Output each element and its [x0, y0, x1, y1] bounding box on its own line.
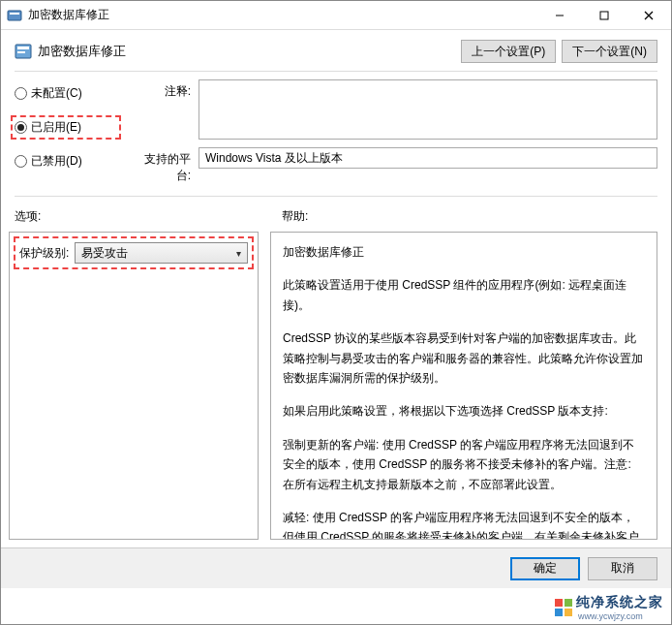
- help-text: 强制更新的客户端: 使用 CredSSP 的客户端应用程序将无法回退到不安全的版…: [283, 435, 645, 494]
- window-title: 加密数据库修正: [28, 7, 537, 23]
- title-bar: 加密数据库修正: [1, 1, 671, 30]
- options-section-label: 选项:: [15, 203, 266, 226]
- watermark-icon: [555, 599, 572, 616]
- comment-label: 注释:: [131, 79, 199, 140]
- help-text: 减轻: 使用 CredSSP 的客户端应用程序将无法回退到不安全的版本，但使用 …: [283, 508, 645, 540]
- platform-label: 支持的平台:: [131, 147, 199, 184]
- help-text: CredSSP 协议的某些版本容易受到针对客户端的加密数据库攻击。此策略控制与易…: [283, 328, 645, 388]
- help-section-label: 帮助:: [282, 203, 657, 226]
- chevron-down-icon: ▾: [236, 248, 241, 259]
- help-text: 如果启用此策略设置，将根据以下选项选择 CredSSP 版本支持:: [283, 401, 645, 421]
- form-column: 注释: 支持的平台: Windows Vista 及以上版本: [131, 79, 657, 192]
- panel-title: 加密数据库修正: [38, 43, 461, 60]
- dropdown-value: 易受攻击: [81, 245, 128, 262]
- radio-enabled[interactable]: 已启用(E): [11, 115, 121, 140]
- svg-rect-7: [17, 47, 29, 49]
- options-panel: 保护级别: 易受攻击 ▾: [9, 232, 259, 540]
- radio-label: 未配置(C): [31, 85, 82, 102]
- maximize-button[interactable]: [582, 1, 626, 29]
- svg-rect-3: [600, 12, 608, 19]
- comment-textarea[interactable]: [199, 79, 657, 140]
- config-area: 未配置(C) 已启用(E) 已禁用(D) 注释: 支持的平台: Windows …: [1, 72, 671, 196]
- previous-setting-button[interactable]: 上一个设置(P): [461, 40, 556, 63]
- window-controls: [537, 1, 671, 29]
- radio-icon: [15, 121, 27, 134]
- section-labels: 选项: 帮助:: [1, 197, 671, 226]
- next-setting-button[interactable]: 下一个设置(N): [562, 40, 657, 63]
- svg-rect-0: [8, 11, 21, 20]
- svg-rect-1: [10, 13, 19, 15]
- protection-level-label: 保护级别:: [19, 245, 69, 262]
- dialog-footer: 确定 取消: [1, 547, 671, 588]
- radio-icon: [15, 87, 27, 100]
- radio-icon: [15, 155, 27, 168]
- radio-label: 已禁用(D): [31, 153, 82, 170]
- close-button[interactable]: [626, 1, 671, 29]
- watermark-text: 纯净系统之家: [576, 594, 663, 611]
- radio-label: 已启用(E): [31, 119, 81, 136]
- help-text: 加密数据库修正: [283, 242, 645, 262]
- protection-level-dropdown[interactable]: 易受攻击 ▾: [75, 242, 248, 264]
- header-row: 加密数据库修正 上一个设置(P) 下一个设置(N): [1, 30, 671, 71]
- supported-platform-field: Windows Vista 及以上版本: [199, 147, 657, 169]
- protection-level-highlight: 保护级别: 易受攻击 ▾: [14, 236, 254, 269]
- radio-not-configured[interactable]: 未配置(C): [15, 85, 121, 102]
- minimize-button[interactable]: [537, 1, 582, 29]
- cancel-button[interactable]: 取消: [588, 557, 657, 580]
- help-text: 此策略设置适用于使用 CredSSP 组件的应用程序(例如: 远程桌面连接)。: [283, 275, 645, 315]
- watermark-url: www.ycwjzy.com: [578, 611, 663, 621]
- ok-button[interactable]: 确定: [510, 557, 580, 580]
- state-radios: 未配置(C) 已启用(E) 已禁用(D): [15, 79, 121, 192]
- panels: 保护级别: 易受攻击 ▾ 加密数据库修正 此策略设置适用于使用 CredSSP …: [1, 226, 671, 547]
- radio-disabled[interactable]: 已禁用(D): [15, 153, 121, 170]
- help-panel[interactable]: 加密数据库修正 此策略设置适用于使用 CredSSP 组件的应用程序(例如: 远…: [270, 232, 657, 540]
- policy-icon: [15, 43, 32, 60]
- watermark: 纯净系统之家 www.ycwjzy.com: [551, 593, 667, 622]
- svg-rect-8: [17, 51, 25, 53]
- app-icon: [7, 8, 22, 23]
